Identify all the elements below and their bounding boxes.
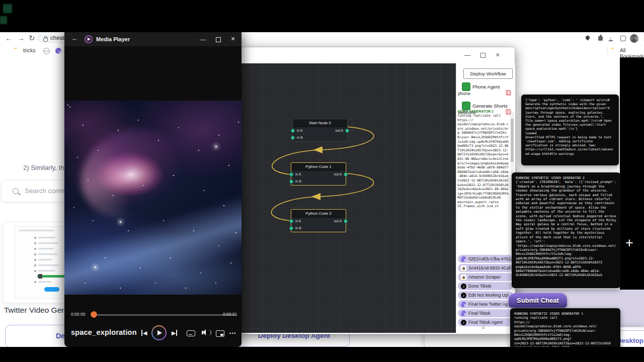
- minimize-icon[interactable]: —: [200, 36, 206, 42]
- starfield: [67, 105, 68, 106]
- port-in-b[interactable]: [289, 226, 293, 230]
- star: [95, 266, 96, 268]
- menu-kebab-icon[interactable]: ⋮: [641, 34, 644, 42]
- forward-icon[interactable]: →: [17, 34, 25, 42]
- green-square-mark: [3, 4, 12, 13]
- globe-icon[interactable]: [43, 48, 50, 54]
- edge-arrow: [311, 193, 320, 200]
- port-label: out A: [334, 172, 342, 176]
- list-item[interactable]: a 3A4416Ad-8933-4Caf-9: [458, 264, 513, 272]
- workflow-titlebar[interactable]: — ×: [241, 47, 515, 63]
- list-item-label: Final Tiktok Agent: [468, 318, 503, 326]
- next-track-icon[interactable]: ▶: [172, 330, 177, 336]
- reload-icon[interactable]: ↻: [29, 34, 35, 42]
- player-title: Media Player: [96, 36, 130, 42]
- video-frame[interactable]: [64, 101, 242, 295]
- star: [120, 221, 121, 223]
- letterbox-top: [0, 0, 644, 32]
- amazon-icon: a: [461, 265, 466, 271]
- port-in-a[interactable]: [289, 219, 293, 223]
- avatar[interactable]: [630, 34, 638, 43]
- deploy-workflow-button[interactable]: Deploy Workflow: [463, 68, 513, 79]
- port-label: in A: [297, 129, 302, 132]
- port-in-b[interactable]: [289, 179, 293, 184]
- port-out-a[interactable]: [345, 129, 349, 133]
- back-icon[interactable]: ←: [5, 34, 13, 42]
- port-label: in B: [297, 136, 303, 139]
- list-item[interactable]: 02E2A4Eb-Cfba-4761-A: [458, 255, 513, 263]
- port-out-a[interactable]: [344, 219, 348, 223]
- agent-checkbox[interactable]: [462, 82, 470, 91]
- submit-cheat-code-button[interactable]: Submit Cheat Code: [509, 293, 567, 308]
- scroll-more-icon[interactable]: ☰: [481, 325, 485, 330]
- time-total: 0:00:01: [223, 312, 237, 317]
- seek-thumb[interactable]: [91, 311, 97, 318]
- cheatlayer-swirl-icon[interactable]: [55, 48, 61, 54]
- list-item[interactable]: ♪ Final Tiktok Agent: [458, 318, 513, 326]
- screen: ← → ↻ cheatlay ↓ ⋮ tricks Agents Ma All …: [0, 0, 644, 362]
- seek-bar[interactable]: [92, 314, 235, 316]
- generator-output-panel: RUNNING SYNTHETIC VIDEO GENERATOR 2 {'cr…: [512, 172, 620, 288]
- port-label: in B: [295, 179, 301, 183]
- port-label: out A: [334, 219, 342, 223]
- all-bookmarks-label[interactable]: All Bookmarks: [620, 47, 644, 59]
- starfield: [69, 107, 70, 108]
- node-python-2[interactable]: Python Code 2 in A in B out A: [291, 209, 346, 232]
- log-header: VIDEO GENERATOR 2: [457, 110, 494, 113]
- maximize-icon[interactable]: [216, 37, 221, 42]
- extensions-icon[interactable]: [598, 36, 603, 41]
- picture-in-picture-icon[interactable]: [216, 330, 224, 337]
- list-item[interactable]: Final Tiktok: [458, 309, 513, 317]
- star: [215, 146, 217, 147]
- agent-checkbox[interactable]: [462, 102, 470, 110]
- play-button[interactable]: [151, 325, 167, 340]
- cheatlayer-swirl-icon: [461, 256, 466, 262]
- agent-name: Phone Agent: [472, 84, 500, 89]
- green-square-mark: [0, 16, 7, 24]
- list-item[interactable]: ♪ Done Tiktok: [458, 282, 513, 290]
- node-title: Python Code 1: [291, 163, 346, 171]
- previous-track-icon[interactable]: ◀: [141, 330, 147, 336]
- time-current: 0:00:00: [71, 312, 85, 317]
- agent-type: phone: [458, 91, 470, 96]
- tiktok-icon: ♪: [461, 293, 466, 298]
- list-item[interactable]: ♪ Edit Not Working Upl: [458, 291, 513, 299]
- port-in-a[interactable]: [289, 172, 293, 176]
- list-item[interactable]: Final New Twitter Ag: [458, 300, 513, 308]
- scrollbar-thumb[interactable]: [511, 119, 514, 162]
- close-icon[interactable]: ×: [496, 52, 500, 58]
- bookmark-tricks[interactable]: tricks: [23, 47, 36, 53]
- back-icon[interactable]: ←: [71, 36, 78, 42]
- cheatlayer-swirl-icon: [461, 311, 466, 316]
- download-icon[interactable]: ↓: [609, 35, 613, 41]
- port-label: in A: [295, 219, 301, 223]
- close-icon[interactable]: ×: [231, 36, 235, 42]
- edge-arrow: [313, 146, 323, 153]
- volume-icon[interactable]: [202, 329, 211, 336]
- delete-icon[interactable]: [505, 89, 511, 96]
- pin-icon[interactable]: [585, 35, 590, 40]
- node-title: Python Code 2: [291, 210, 346, 218]
- list-item[interactable]: a Amazon Scraper: [458, 273, 513, 281]
- cheatlayer-swirl-icon: [461, 302, 466, 307]
- list-item-label: Final New Twitter Ag: [468, 300, 508, 308]
- node-title: Start Node 0: [293, 119, 347, 127]
- node-start[interactable]: Start Node 0 in A in B out A: [292, 119, 348, 142]
- log-output[interactable]: running replciate call https:// oaidalle…: [457, 114, 510, 250]
- port-out-a[interactable]: [344, 172, 348, 176]
- tiktok-icon: ♪: [461, 284, 466, 289]
- port-in-a[interactable]: [291, 129, 295, 133]
- subtitles-icon[interactable]: [187, 330, 195, 336]
- list-item-label: Edit Not Working Upl: [468, 291, 509, 299]
- amazon-icon: a: [461, 275, 466, 280]
- player-titlebar[interactable]: ← Media Player — ×: [64, 32, 242, 46]
- maximize-icon[interactable]: [480, 53, 486, 58]
- tab-square-icon[interactable]: [620, 36, 626, 41]
- port-in-b[interactable]: [291, 136, 295, 140]
- node-python-1[interactable]: Python Code 1 in A in B out A: [291, 162, 346, 186]
- generator-output-panel-2: RUNNING SYNTHETIC VIDEO GENERATOR 1 runn…: [510, 308, 620, 351]
- more-options-icon[interactable]: •••: [229, 331, 236, 336]
- workflow-canvas[interactable]: Start Node 0 in A in B out A Python Code…: [241, 63, 456, 333]
- minimize-icon[interactable]: —: [464, 52, 470, 58]
- list-item-label: Done Tiktok: [468, 282, 491, 290]
